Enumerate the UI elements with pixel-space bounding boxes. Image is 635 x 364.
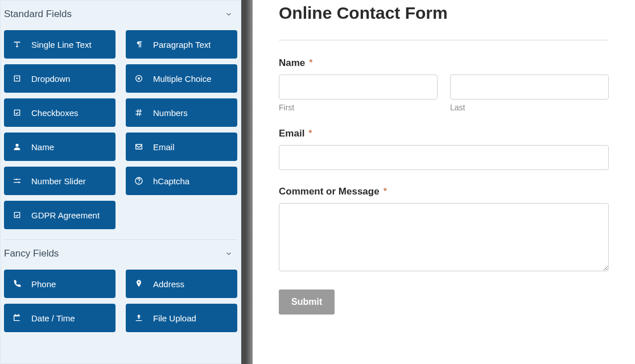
- field-paragraph-text[interactable]: Paragraph Text: [126, 30, 237, 59]
- title-rule: [279, 40, 609, 40]
- svg-point-3: [16, 179, 18, 180]
- envelope-icon: [134, 142, 144, 152]
- radio-icon: [134, 73, 144, 84]
- calendar-icon: [12, 313, 22, 323]
- section-header-standard-fields[interactable]: Standard Fields: [1, 1, 241, 28]
- section-title: Fancy Fields: [4, 248, 59, 259]
- field-number-slider[interactable]: Number Slider: [4, 167, 116, 195]
- hash-icon: [134, 107, 144, 118]
- field-email[interactable]: Email: [126, 133, 237, 161]
- field-numbers[interactable]: Numbers: [126, 98, 237, 127]
- required-mark: *: [383, 186, 387, 197]
- message-label: Comment or Message *: [279, 186, 609, 197]
- name-label: Name *: [279, 57, 609, 69]
- paragraph-icon: [134, 39, 144, 49]
- chevron-down-icon: [225, 250, 233, 258]
- user-icon: [12, 142, 22, 152]
- svg-point-4: [18, 181, 20, 183]
- last-name-sublabel: Last: [450, 103, 609, 112]
- pane-divider[interactable]: [241, 0, 253, 364]
- field-address[interactable]: Address: [126, 270, 237, 298]
- first-name-input[interactable]: [279, 75, 438, 100]
- form-title: Online Contact Form: [279, 3, 609, 23]
- field-phone[interactable]: Phone: [4, 270, 116, 298]
- field-multiple-choice[interactable]: Multiple Choice: [126, 64, 237, 93]
- checkbox-icon: [12, 210, 22, 220]
- field-file-upload[interactable]: File Upload: [126, 304, 237, 332]
- field-group-message: Comment or Message *: [279, 186, 609, 274]
- svg-point-2: [15, 144, 18, 147]
- field-dropdown[interactable]: Dropdown: [4, 64, 116, 93]
- field-gdpr-agreement[interactable]: GDPR Agreement: [4, 201, 116, 229]
- field-hcaptcha[interactable]: hCaptcha: [126, 167, 237, 195]
- field-date-time[interactable]: Date / Time: [4, 304, 116, 332]
- last-name-input[interactable]: [450, 75, 609, 100]
- chevron-down-icon: [225, 10, 233, 18]
- required-mark: *: [308, 128, 312, 139]
- text-icon: [12, 39, 22, 49]
- required-mark: *: [309, 57, 313, 68]
- field-group-name: Name * First Last: [279, 57, 609, 112]
- checkbox-icon: [12, 107, 22, 118]
- email-input[interactable]: [279, 145, 609, 170]
- standard-fields-grid: Single Line Text Paragraph Text Dropdown…: [1, 28, 241, 239]
- field-checkboxes[interactable]: Checkboxes: [4, 98, 116, 127]
- fields-sidebar: Standard Fields Single Line Text Paragra…: [0, 0, 241, 364]
- first-name-sublabel: First: [279, 103, 438, 112]
- email-label: Email *: [279, 128, 609, 139]
- fancy-fields-grid: Phone Address Date / Time File Upload: [1, 267, 241, 342]
- pin-icon: [134, 279, 144, 289]
- svg-point-1: [138, 77, 140, 80]
- slider-icon: [12, 176, 22, 186]
- section-title: Standard Fields: [4, 9, 72, 20]
- upload-icon: [134, 313, 144, 323]
- section-header-fancy-fields[interactable]: Fancy Fields: [1, 240, 241, 267]
- field-single-line-text[interactable]: Single Line Text: [4, 30, 116, 59]
- phone-icon: [12, 279, 22, 289]
- form-preview: Online Contact Form Name * First Last: [253, 0, 635, 364]
- svg-point-6: [138, 183, 139, 184]
- message-textarea[interactable]: [279, 203, 609, 271]
- field-name[interactable]: Name: [4, 133, 116, 161]
- field-group-email: Email *: [279, 128, 609, 170]
- question-icon: [134, 176, 144, 186]
- submit-button[interactable]: Submit: [279, 289, 335, 315]
- dropdown-icon: [12, 73, 22, 84]
